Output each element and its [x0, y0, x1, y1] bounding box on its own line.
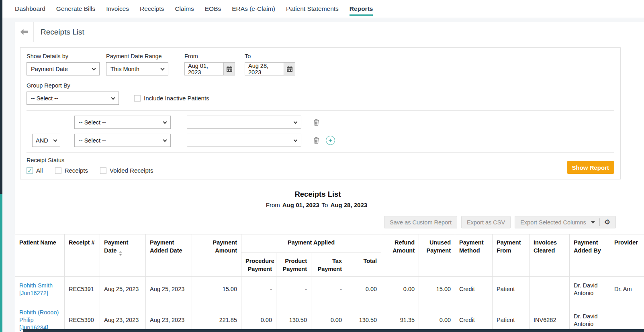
cell-product-payment: 130.50 [276, 302, 311, 332]
nav-reports[interactable]: Reports [350, 5, 373, 16]
patient-link[interactable]: Rohith Smith [Jun16272] [19, 282, 53, 296]
status-voided-checkbox[interactable]: Voided Receipts [100, 167, 153, 174]
cell-unused-payment: 15.00 [419, 277, 455, 302]
trash-icon [313, 137, 319, 144]
chevron-down-icon [294, 120, 298, 124]
criteria-2-value-select[interactable] [187, 134, 301, 147]
nav-eras[interactable]: ERAs (e-Claim) [232, 5, 275, 12]
back-arrow-icon [20, 29, 29, 35]
cell-invoices-cleared [530, 277, 570, 302]
export-csv-button[interactable]: Export as CSV [461, 216, 511, 228]
from-date-input[interactable]: Aug 01, 2023 [184, 62, 223, 75]
checkbox-icon [134, 95, 141, 102]
nav-claims[interactable]: Claims [175, 5, 194, 12]
sidebar-edge-dark [0, 0, 2, 194]
gear-icon[interactable]: ⚙ [604, 219, 610, 226]
cell-payment-amount: 221.85 [192, 302, 241, 332]
cell-payment-added-by: Dr. David Antonio [570, 302, 610, 332]
sidebar-edge-teal [0, 194, 2, 332]
status-receipts-label: Receipts [65, 167, 88, 174]
chevron-down-icon [111, 96, 115, 100]
group-report-by-select[interactable]: -- Select -- [27, 92, 119, 105]
nav-dashboard[interactable]: Dashboard [15, 5, 45, 12]
col-header-receipt-no: Receipt # [65, 234, 100, 277]
to-date-input[interactable]: Aug 28, 2023 [245, 62, 284, 75]
cell-invoices-cleared: INV6282 [530, 302, 570, 332]
show-details-by-label: Show Details by [27, 53, 106, 59]
col-header-unused-payment: Unused Payment [419, 234, 455, 277]
status-all-checkbox[interactable]: ✓ All [27, 167, 43, 174]
nav-invoices[interactable]: Invoices [106, 5, 129, 12]
col-header-procedure-payment: Procedure Payment [241, 253, 276, 277]
receipts-table: Patient Name Receipt # Payment Date Paym… [15, 234, 644, 332]
nav-receipts[interactable]: Receipts [140, 5, 164, 12]
report-title: Receipts List [15, 190, 621, 199]
cell-total: 130.50 [346, 302, 381, 332]
receipt-status-label: Receipt Status [27, 157, 153, 163]
col-header-total: Total [346, 253, 381, 277]
cell-product-payment: - [276, 277, 311, 302]
col-header-payment-method: Payment Method [455, 234, 493, 277]
cell-total: 0.00 [346, 277, 381, 302]
criteria-2-field-value: -- Select -- [79, 137, 106, 144]
criteria-1-field-select[interactable]: -- Select -- [74, 116, 171, 129]
table-row: Rohith Smith [Jun16272] REC5391 Aug 25, … [15, 277, 644, 302]
col-header-provider: Provider [610, 234, 644, 277]
col-header-refund-amount: Refund Amount [381, 234, 419, 277]
payment-date-range-select[interactable]: This Month [106, 62, 168, 75]
report-date-range: FromAug 01, 2023ToAug 28, 2023 [15, 202, 621, 208]
back-button[interactable] [15, 22, 33, 42]
group-report-by-value: -- Select -- [31, 95, 58, 102]
horizontal-scrollbar[interactable] [23, 329, 644, 332]
show-report-button[interactable]: Show Report [567, 161, 615, 174]
nav-patient-statements[interactable]: Patient Statements [286, 5, 339, 12]
col-header-product-payment: Product Payment [276, 253, 311, 277]
patient-link[interactable]: Rohith (Roooo) Philip [Jun16234] [19, 309, 59, 331]
receipts-table-container: Patient Name Receipt # Payment Date Paym… [15, 234, 644, 332]
calendar-icon [226, 66, 233, 72]
add-criteria-button[interactable]: + [326, 136, 335, 145]
from-calendar-button[interactable] [223, 62, 235, 75]
criteria-2-field-select[interactable]: -- Select -- [74, 134, 171, 147]
header-divider [33, 22, 34, 42]
criteria-2-delete-button[interactable] [313, 137, 319, 144]
criteria-2-operator-value: AND [36, 137, 48, 144]
cell-payment-amount: 15.00 [192, 277, 241, 302]
save-custom-report-button[interactable]: Save as Custom Report [384, 216, 457, 228]
trash-icon [313, 119, 319, 126]
show-details-by-select[interactable]: Payment Date [27, 62, 100, 75]
page-title: Receipts List [41, 28, 84, 37]
criteria-1-value-select[interactable] [187, 116, 301, 129]
include-inactive-checkbox[interactable]: Include Inactive Patients [134, 95, 209, 102]
checkbox-icon [100, 167, 106, 174]
to-calendar-button[interactable] [284, 62, 295, 75]
criteria-2-operator-select[interactable]: AND [32, 134, 60, 147]
calendar-icon [286, 66, 293, 72]
chevron-down-icon [161, 66, 165, 70]
export-selected-columns-button[interactable]: Export Selected Columns ⚙ [515, 216, 616, 228]
button-divider [599, 218, 600, 226]
col-header-patient-name: Patient Name [15, 234, 65, 277]
cell-receipt-no: REC5390 [65, 302, 100, 332]
table-row: Rohith (Roooo) Philip [Jun16234] REC5390… [15, 302, 644, 332]
cell-patient-name: Rohith Smith [Jun16272] [15, 277, 65, 302]
cell-receipt-no: REC5391 [65, 277, 100, 302]
sort-icon[interactable] [119, 251, 122, 256]
cell-payment-added-date: Aug 25, 2023 [146, 277, 192, 302]
criteria-1-delete-button[interactable] [313, 119, 319, 126]
col-header-tax-payment: Tax Payment [311, 253, 346, 277]
checkbox-checked-icon: ✓ [27, 167, 33, 174]
status-receipts-checkbox[interactable]: Receipts [55, 167, 88, 174]
status-all-label: All [36, 167, 43, 174]
chevron-down-icon [92, 66, 96, 70]
filter-panel: Show Details by Payment Date Payment Dat… [20, 47, 621, 179]
to-date-label: To [245, 53, 305, 59]
chevron-down-icon [163, 138, 167, 142]
cell-provider [610, 302, 644, 332]
nav-generate-bills[interactable]: Generate Bills [56, 5, 95, 12]
nav-eobs[interactable]: EOBs [205, 5, 221, 12]
report-heading: Receipts List FromAug 01, 2023ToAug 28, … [15, 190, 621, 208]
chevron-down-icon [53, 138, 57, 142]
cell-payment-from: Patient [493, 277, 530, 302]
criteria-row-1: -- Select -- [27, 116, 614, 129]
